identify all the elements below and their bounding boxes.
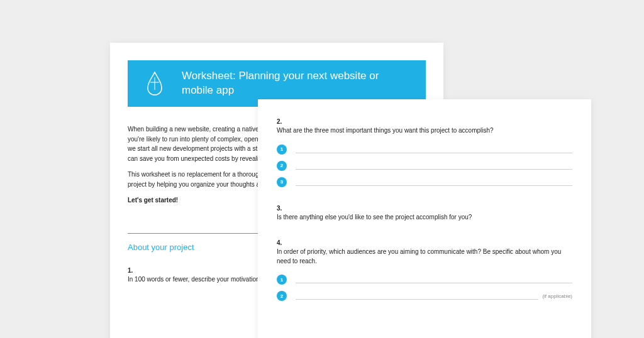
question-number: 2. — [277, 118, 572, 125]
applicable-note: (if applicable) — [542, 293, 572, 299]
blank-input-line[interactable] — [296, 178, 572, 186]
bullet-number-icon: 3 — [277, 177, 287, 187]
blank-input-line[interactable] — [296, 292, 538, 300]
blank-input-line[interactable] — [296, 162, 572, 170]
answer-line: 3 — [277, 177, 572, 187]
blank-input-line[interactable] — [296, 146, 572, 153]
question-2: 2. What are the three most important thi… — [277, 118, 572, 187]
blank-input-line[interactable] — [296, 276, 572, 283]
question-4: 4. In order of priority, which audiences… — [277, 239, 572, 301]
question-number: 3. — [277, 205, 572, 212]
worksheet-title: Worksheet: Planning your next website or… — [182, 69, 383, 98]
bullet-number-icon: 1 — [277, 144, 287, 155]
answer-line: 1 — [277, 144, 572, 155]
answer-line: 2 — [277, 161, 572, 171]
bullet-number-icon: 1 — [277, 275, 287, 285]
answer-line: 1 — [277, 275, 572, 285]
question-3: 3. Is there anything else you'd like to … — [277, 205, 572, 222]
brand-logo-icon — [139, 68, 170, 99]
question-text: In order of priority, which audiences ar… — [277, 248, 572, 266]
question-text: What are the three most important things… — [277, 126, 572, 136]
bullet-number-icon: 2 — [277, 291, 287, 301]
question-text: Is there anything else you'd like to see… — [277, 213, 572, 222]
bullet-number-icon: 2 — [277, 161, 287, 171]
worksheet-page-2: 2. What are the three most important thi… — [258, 99, 591, 338]
question-number: 4. — [277, 239, 572, 246]
answer-line: 2 (if applicable) — [277, 291, 572, 301]
